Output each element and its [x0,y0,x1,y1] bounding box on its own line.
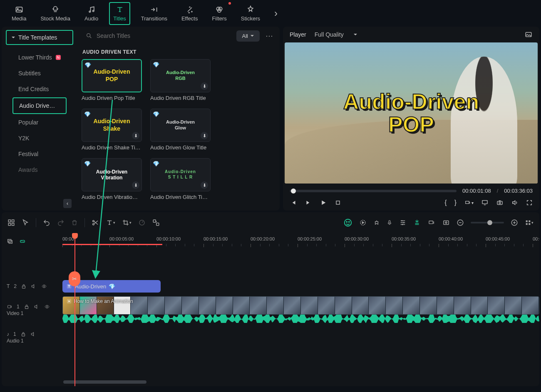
next-frame-icon[interactable] [305,199,312,206]
volume-icon[interactable] [511,199,519,206]
search-input[interactable] [97,32,229,39]
nav-stickers[interactable]: Stickers [238,3,263,24]
quality-dropdown[interactable]: Full Quality [315,31,357,38]
split-icon[interactable] [92,219,99,226]
ratio-icon[interactable]: ▾ [464,200,474,206]
template-thumb[interactable]: 💎 Audio-DrivenS T I L L R ⬇ [150,158,211,191]
view-mode-icon[interactable]: ▾ [525,219,534,226]
camera-icon[interactable] [496,199,504,206]
nav-effects[interactable]: Effects [178,3,201,24]
svg-rect-43 [25,306,28,308]
layout-grid-icon[interactable] [7,219,15,226]
nav-stock-media[interactable]: Stock Media [37,3,74,24]
cursor-icon[interactable] [22,219,29,226]
more-options-icon[interactable]: ⋯ [263,31,275,40]
mark-out-icon[interactable]: } [454,199,457,206]
nav-filters[interactable]: Filters [208,3,230,24]
stop-icon[interactable] [335,199,341,206]
play-icon[interactable] [320,199,327,206]
nav-more-icon[interactable]: › [274,7,278,19]
nav-titles[interactable]: Titles [109,2,130,25]
player-viewport[interactable]: Audio-DrivenPOP [285,42,538,184]
redo-icon[interactable] [57,219,65,226]
video-clip[interactable]: How to Make an Animation [62,296,539,315]
template-card-glitch[interactable]: 💎 Audio-DrivenS T I L L R ⬇ Audio Driven… [150,158,211,200]
template-card-vibration[interactable]: 💎 Audio-DrivenVibration ⬇ Audio Driven V… [82,158,142,200]
download-icon[interactable]: ⬇ [201,181,208,189]
nav-audio[interactable]: Audio [81,3,102,24]
sidebar-item-end-credits[interactable]: End Credits [12,82,67,97]
timeline-ruler[interactable]: 00:0000:00:05:0000:00:10:0000:00:15:0000… [61,233,539,250]
track-stack-icon[interactable] [7,238,13,245]
snapshot-icon[interactable] [524,31,533,38]
display-icon[interactable] [481,199,489,206]
delete-icon[interactable] [71,219,78,226]
adjust-icon[interactable] [427,219,436,226]
search-box[interactable] [82,30,233,42]
magnet-icon[interactable] [413,219,421,226]
sidebar-item-lower-thirds[interactable]: Lower Thirds N [12,50,67,65]
download-icon[interactable]: ⬇ [201,82,208,90]
zoom-slider[interactable] [471,222,504,223]
text-tool-icon[interactable]: ▾ [106,219,115,226]
sidebar-item-subtitles[interactable]: Subtitles [12,66,67,81]
track-mute-icon[interactable] [30,331,36,337]
scissors-marker[interactable]: ✂ [69,271,80,286]
sidebar-item-popular[interactable]: Popular [12,115,67,130]
filter-dropdown[interactable]: All [236,30,260,42]
sidebar-item-y2k[interactable]: Y2K [12,131,67,146]
audio-mixer-icon[interactable] [399,219,407,226]
prev-frame-icon[interactable] [290,199,297,206]
scrub-bar[interactable] [290,190,457,192]
render-icon[interactable] [359,219,367,226]
track-number: 1 [17,304,20,310]
nav-transitions[interactable]: Transitions [138,3,171,24]
track-visible-icon[interactable] [44,304,50,309]
track-lock-icon[interactable] [24,304,30,310]
undo-icon[interactable] [43,219,50,226]
track-mute-icon[interactable] [31,283,37,289]
download-icon[interactable]: ⬇ [201,132,208,139]
zoom-in-icon[interactable] [511,219,518,226]
template-thumb[interactable]: 💎 Audio-DrivenRGB ⬇ [150,59,211,92]
ruler-tick: 00:00:15:00 [203,236,228,241]
track-visible-icon[interactable] [41,284,47,289]
playhead[interactable] [74,233,75,386]
template-card-pop[interactable]: 💎 Audio-DrivenPOP Audio Driven Pop Title [82,59,142,101]
fullscreen-icon[interactable] [526,199,533,206]
template-card-rgb[interactable]: 💎 Audio-DrivenRGB ⬇ Audio Driven RGB Tit… [150,59,211,101]
sidebar-item-festival[interactable]: Festival [12,146,67,161]
title-templates-dropdown[interactable]: Title Templates [6,30,73,45]
template-thumb[interactable]: 💎 Audio-DrivenGlow ⬇ [150,109,211,142]
timeline-scrollbar[interactable] [63,380,535,385]
convert-icon[interactable] [152,219,160,226]
ai-icon[interactable] [343,218,352,227]
template-label: Audio Driven Vibratio… [82,194,142,200]
keyframe-icon[interactable] [442,219,450,226]
download-icon[interactable]: ⬇ [132,181,139,189]
track-lock-icon[interactable] [20,331,26,337]
sidebar-item-awards[interactable]: Awards [12,162,67,177]
link-icon[interactable] [19,238,26,245]
template-thumb[interactable]: 💎 Audio-DrivenVibration ⬇ [82,158,142,191]
scrollbar-thumb[interactable] [63,380,146,384]
playhead-handle[interactable] [72,233,78,239]
template-thumb[interactable]: 💎 Audio-DrivenShake ⬇ [82,109,142,142]
download-icon[interactable]: ⬇ [132,132,139,139]
sidebar-item-audio-driven[interactable]: Audio Drive… [12,97,67,114]
mic-icon[interactable] [387,219,392,226]
track-mute-icon[interactable] [34,304,40,310]
ruler-tick: 00:00:05:00 [109,236,134,241]
template-card-shake[interactable]: 💎 Audio-DrivenShake ⬇ Audio Driven Shake… [82,109,142,151]
nav-media[interactable]: Media [8,3,30,24]
scrub-handle[interactable] [291,189,296,194]
crop-icon[interactable]: ▾ [122,219,132,226]
track-lock-icon[interactable] [21,283,27,289]
zoom-out-icon[interactable] [457,219,464,226]
color-icon[interactable] [138,219,146,226]
sidebar-collapse-icon[interactable]: ‹ [63,199,72,208]
mark-in-icon[interactable]: { [444,199,447,206]
marker-icon[interactable] [373,219,380,226]
template-card-glow[interactable]: 💎 Audio-DrivenGlow ⬇ Audio Driven Glow T… [150,109,211,151]
template-thumb[interactable]: 💎 Audio-DrivenPOP [82,59,142,92]
